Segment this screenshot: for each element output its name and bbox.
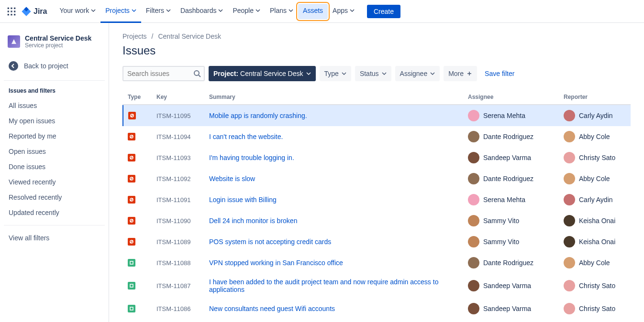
filter-assignee-chip[interactable]: Assignee bbox=[395, 66, 440, 81]
issue-key-link[interactable]: ITSM-11088 bbox=[156, 259, 191, 267]
svg-rect-8 bbox=[14, 14, 15, 15]
table-row[interactable]: ITSM-11088VPN stopped working in San Fra… bbox=[123, 252, 631, 273]
reporter-cell[interactable]: Abby Cole bbox=[564, 173, 626, 184]
table-row[interactable]: ITSM-11093I'm having trouble logging in.… bbox=[123, 147, 631, 168]
nav-apps[interactable]: Apps bbox=[328, 0, 359, 23]
avatar bbox=[564, 215, 575, 226]
breadcrumb-project-name[interactable]: Central Service Desk bbox=[158, 32, 221, 40]
table-row[interactable]: ITSM-11092Website is slowDante Rodriguez… bbox=[123, 168, 631, 189]
sidebar-item-resolved-recently[interactable]: Resolved recently bbox=[4, 190, 105, 205]
avatar bbox=[564, 257, 575, 268]
reporter-cell[interactable]: Carly Aydin bbox=[564, 194, 626, 205]
issue-summary-link[interactable]: POS system is not accepting credit cards bbox=[209, 238, 331, 246]
reporter-cell[interactable]: Christy Sato bbox=[564, 152, 626, 163]
issue-key-link[interactable]: ITSM-11087 bbox=[156, 282, 191, 290]
issue-summary-link[interactable]: I have been added to the audit project t… bbox=[209, 278, 438, 293]
nav-projects[interactable]: Projects bbox=[100, 0, 141, 23]
issue-key-link[interactable]: ITSM-11086 bbox=[156, 305, 191, 312]
sidebar-item-all-issues[interactable]: All issues bbox=[4, 98, 105, 113]
filter-type-chip[interactable]: Type bbox=[320, 66, 351, 81]
assignee-cell[interactable]: Sandeep Varma bbox=[468, 152, 554, 163]
issue-summary-link[interactable]: I can't reach the website. bbox=[209, 133, 283, 140]
filter-status-chip[interactable]: Status bbox=[355, 66, 391, 81]
issue-summary-link[interactable]: Dell 24 inch monitor is broken bbox=[209, 217, 297, 225]
issue-summary-link[interactable]: Website is slow bbox=[209, 175, 255, 182]
create-button[interactable]: Create bbox=[367, 5, 400, 18]
reporter-cell[interactable]: Christy Sato bbox=[564, 303, 626, 314]
assignee-cell[interactable]: Dante Rodriguez bbox=[468, 257, 554, 268]
nav-your-work[interactable]: Your work bbox=[55, 0, 100, 23]
app-switcher-icon[interactable] bbox=[6, 6, 17, 17]
breadcrumb-projects[interactable]: Projects bbox=[122, 32, 147, 40]
issue-summary-link[interactable]: Login issue with Billing bbox=[209, 196, 277, 204]
jira-logo[interactable]: Jira bbox=[21, 6, 47, 17]
reporter-cell[interactable]: Christy Sato bbox=[564, 280, 626, 291]
issue-key-link[interactable]: ITSM-11095 bbox=[156, 112, 191, 119]
sidebar-item-updated-recently[interactable]: Updated recently bbox=[4, 205, 105, 220]
issue-key-link[interactable]: ITSM-11090 bbox=[156, 217, 191, 225]
assignee-cell[interactable]: Sammy Vito bbox=[468, 236, 554, 247]
col-header-key[interactable]: Key bbox=[152, 90, 204, 105]
chevron-down-icon bbox=[255, 8, 260, 13]
nav-plans[interactable]: Plans bbox=[265, 0, 298, 23]
reporter-cell[interactable]: Abby Cole bbox=[564, 131, 626, 142]
assignee-cell[interactable]: Serena Mehta bbox=[468, 194, 554, 205]
col-header-type[interactable]: Type bbox=[123, 90, 152, 105]
svg-point-9 bbox=[194, 71, 199, 75]
reporter-cell[interactable]: Keisha Onai bbox=[564, 236, 626, 247]
issue-summary-link[interactable]: Mobile app is randomly crashing. bbox=[209, 112, 307, 119]
issue-summary-link[interactable]: New consultants need guest Wifi accounts bbox=[209, 305, 335, 312]
nav-dashboards[interactable]: Dashboards bbox=[176, 0, 228, 23]
issue-key-link[interactable]: ITSM-11091 bbox=[156, 196, 191, 204]
assignee-cell[interactable]: Dante Rodriguez bbox=[468, 131, 554, 142]
table-row[interactable]: ITSM-11090Dell 24 inch monitor is broken… bbox=[123, 210, 631, 231]
search-icon bbox=[193, 70, 201, 77]
chevron-down-icon bbox=[218, 8, 223, 13]
nav-filters[interactable]: Filters bbox=[141, 0, 176, 23]
reporter-cell[interactable]: Carly Aydin bbox=[564, 110, 626, 121]
chevron-down-icon bbox=[306, 71, 311, 76]
svg-rect-25 bbox=[130, 261, 133, 264]
sidebar-item-my-open-issues[interactable]: My open issues bbox=[4, 113, 105, 129]
table-row[interactable]: ITSM-11095Mobile app is randomly crashin… bbox=[123, 105, 631, 126]
nav-people[interactable]: People bbox=[228, 0, 265, 23]
issue-summary-link[interactable]: VPN stopped working in San Francisco off… bbox=[209, 259, 343, 267]
reporter-cell[interactable]: Abby Cole bbox=[564, 257, 626, 268]
assignee-cell[interactable]: Sandeep Varma bbox=[468, 303, 554, 314]
filter-project-chip[interactable]: Project: Central Service Desk bbox=[209, 66, 316, 81]
assignee-cell[interactable]: Sammy Vito bbox=[468, 215, 554, 226]
sidebar-item-viewed-recently[interactable]: Viewed recently bbox=[4, 174, 105, 190]
chevron-down-icon bbox=[350, 8, 355, 13]
assignee-cell[interactable]: Serena Mehta bbox=[468, 110, 554, 121]
sidebar-item-done-issues[interactable]: Done issues bbox=[4, 159, 105, 174]
issue-key-link[interactable]: ITSM-11092 bbox=[156, 175, 191, 182]
nav-assets[interactable]: Assets bbox=[298, 4, 328, 19]
issue-key-link[interactable]: ITSM-11093 bbox=[156, 154, 191, 161]
issue-key-link[interactable]: ITSM-11089 bbox=[156, 238, 191, 246]
assignee-cell[interactable]: Dante Rodriguez bbox=[468, 173, 554, 184]
issue-key-link[interactable]: ITSM-11094 bbox=[156, 133, 191, 140]
reporter-cell[interactable]: Keisha Onai bbox=[564, 215, 626, 226]
table-row[interactable]: ITSM-11094I can't reach the website.Dant… bbox=[123, 126, 631, 147]
col-header-summary[interactable]: Summary bbox=[204, 90, 463, 105]
project-header[interactable]: Central Service Desk Service project bbox=[4, 31, 105, 53]
assignee-cell[interactable]: Sandeep Varma bbox=[468, 280, 554, 291]
table-row[interactable]: ITSM-11086New consultants need guest Wif… bbox=[123, 298, 631, 319]
view-all-filters-link[interactable]: View all filters bbox=[4, 230, 105, 246]
sidebar-item-reported-by-me[interactable]: Reported by me bbox=[4, 129, 105, 144]
table-row[interactable]: ITSM-11089POS system is not accepting cr… bbox=[123, 231, 631, 252]
search-input[interactable] bbox=[122, 66, 205, 81]
col-header-reporter[interactable]: Reporter bbox=[559, 90, 631, 105]
save-filter-link[interactable]: Save filter bbox=[481, 70, 518, 77]
table-row[interactable]: ITSM-11091Login issue with BillingSerena… bbox=[123, 189, 631, 210]
table-row[interactable]: ITSM-11087I have been added to the audit… bbox=[123, 273, 631, 298]
nav-items: Your workProjectsFiltersDashboardsPeople… bbox=[55, 0, 359, 23]
avatar bbox=[468, 110, 479, 121]
svg-rect-3 bbox=[8, 11, 9, 12]
sidebar-item-open-issues[interactable]: Open issues bbox=[4, 144, 105, 159]
project-type: Service project bbox=[25, 42, 91, 49]
issue-summary-link[interactable]: I'm having trouble logging in. bbox=[209, 154, 294, 161]
back-to-project-link[interactable]: Back to project bbox=[4, 56, 105, 75]
col-header-assignee[interactable]: Assignee bbox=[463, 90, 559, 105]
filter-more-chip[interactable]: More bbox=[444, 66, 477, 81]
